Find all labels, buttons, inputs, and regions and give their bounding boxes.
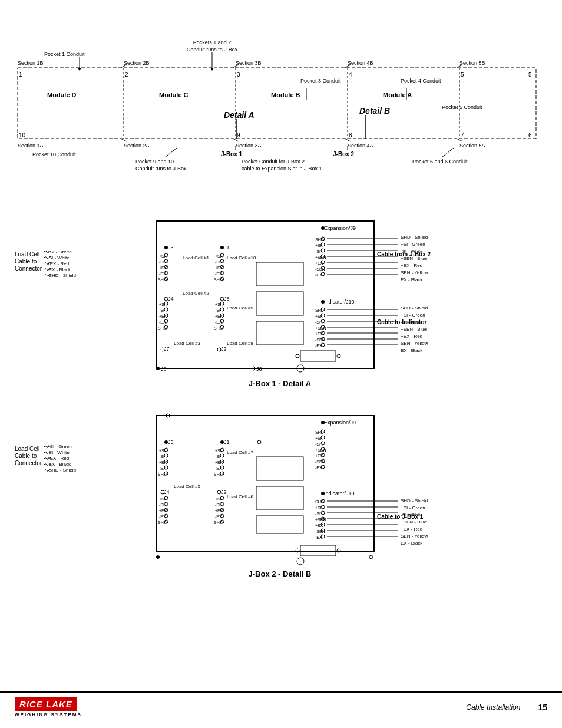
logo-subtitle: WEIGHING SYSTEMS (15, 712, 82, 717)
detail-a-diagram: Load Cell Cable to Connector +SI - Green… (12, 209, 548, 392)
svg-text:10: 10 (19, 132, 26, 139)
svg-text:J5: J5 (224, 296, 230, 302)
svg-text:-SI: -SI (159, 260, 164, 264)
svg-text:J2: J2 (221, 346, 227, 352)
svg-text:Load Cell #3: Load Cell #3 (174, 341, 200, 346)
svg-line-63 (233, 139, 239, 141)
svg-text:Indicator/J10: Indicator/J10 (324, 490, 355, 496)
svg-point-143 (321, 243, 325, 246)
svg-text:SHD: SHD (315, 430, 324, 434)
svg-text:J-Box 1: J-Box 1 (221, 151, 243, 157)
svg-text:Detail B: Detail B (359, 106, 390, 116)
svg-text:SEN - Yellow: SEN - Yellow (401, 533, 428, 539)
svg-text:Pocket 9 and 10: Pocket 9 and 10 (135, 159, 174, 164)
svg-text:Section 3B: Section 3B (236, 60, 262, 66)
svg-text:+EX: +EX (215, 314, 223, 318)
svg-point-76 (164, 246, 168, 249)
svg-text:Pockets 1 and 2: Pockets 1 and 2 (193, 39, 232, 45)
svg-text:-EX: -EX (215, 320, 222, 324)
svg-text:+EX: +EX (159, 460, 167, 465)
svg-text:5: 5 (528, 71, 532, 78)
svg-text:Section 2B: Section 2B (124, 60, 150, 66)
svg-text:+SEN - Blue: +SEN - Blue (401, 519, 427, 525)
svg-rect-138 (256, 292, 303, 315)
svg-text:2: 2 (125, 71, 128, 78)
svg-text:+EX: +EX (215, 509, 223, 513)
logo-area: RICE LAKE WEIGHING SYSTEMS (15, 697, 82, 717)
svg-text:J-Box 1 - Detail A: J-Box 1 - Detail A (249, 379, 312, 388)
footer: RICE LAKE WEIGHING SYSTEMS Cable Install… (0, 691, 562, 717)
svg-text:-EX: -EX (215, 515, 222, 519)
svg-rect-139 (256, 321, 303, 345)
svg-text:+EX: +EX (315, 454, 323, 458)
svg-text:Section 5A: Section 5A (459, 143, 485, 149)
svg-text:8: 8 (349, 132, 352, 139)
svg-point-78 (220, 246, 224, 249)
svg-text:+SEN: +SEN (315, 326, 326, 330)
svg-point-107 (164, 308, 168, 311)
svg-text:-SI: -SI (215, 308, 220, 312)
svg-text:-SEN: -SEN (315, 338, 325, 342)
page-number: 15 (538, 703, 547, 712)
svg-text:+SEN: +SEN (315, 518, 326, 522)
svg-point-273 (321, 421, 325, 424)
svg-point-259 (220, 502, 224, 506)
svg-text:J6: J6 (256, 366, 262, 372)
svg-text:+EX - Red: +EX - Red (401, 334, 422, 339)
svg-point-275 (321, 436, 325, 439)
svg-text:+SI: +SI (159, 254, 166, 258)
svg-text:+SI - Green: +SI - Green (47, 249, 72, 255)
svg-text:Detail A: Detail A (224, 110, 254, 120)
svg-text:-EX: -EX (315, 466, 322, 470)
svg-text:-SHD - Shield: -SHD - Shield (47, 273, 76, 278)
svg-rect-268 (256, 457, 303, 480)
svg-text:SHD - Shield: SHD - Shield (401, 305, 428, 311)
svg-text:+SI: +SI (315, 314, 322, 318)
svg-text:Load Cell #1: Load Cell #1 (183, 255, 209, 261)
svg-text:J1: J1 (224, 439, 230, 445)
svg-text:Load Cell: Load Cell (15, 446, 39, 452)
svg-text:7: 7 (461, 132, 464, 139)
svg-point-291 (321, 505, 325, 509)
svg-text:+SI: +SI (215, 254, 222, 258)
svg-point-144 (321, 249, 325, 252)
svg-text:+SEN - Blue: +SEN - Blue (401, 327, 427, 332)
svg-text:Module B: Module B (271, 91, 300, 98)
svg-text:Load Cell #6: Load Cell #6 (227, 494, 253, 499)
svg-text:-SI - White: -SI - White (401, 319, 423, 325)
svg-rect-269 (256, 486, 303, 510)
svg-text:J-Box 2: J-Box 2 (333, 151, 355, 157)
svg-rect-137 (256, 262, 303, 286)
svg-text:Conduit runs to J-Box: Conduit runs to J-Box (187, 47, 238, 52)
svg-line-64 (345, 139, 351, 141)
svg-text:3: 3 (237, 71, 240, 78)
svg-text:SEN - Yellow: SEN - Yellow (401, 270, 428, 275)
svg-text:+SI - Green: +SI - Green (401, 505, 425, 510)
svg-line-57 (442, 148, 454, 157)
svg-point-292 (321, 511, 325, 515)
svg-text:SHD: SHD (158, 472, 167, 476)
svg-text:Load Cell: Load Cell (15, 251, 39, 258)
svg-text:-EX: -EX (315, 273, 322, 277)
svg-text:Pocket 5 and 6 Conduit: Pocket 5 and 6 Conduit (412, 159, 468, 164)
overview-diagram: Section 1B Section 2B Section 3B Section… (12, 32, 548, 174)
svg-text:cable to Expansion Slot in J-B: cable to Expansion Slot in J-Box 1 (242, 166, 322, 172)
svg-text:-SHD - Shield: -SHD - Shield (47, 467, 76, 473)
svg-text:SHD - Shield: SHD - Shield (401, 498, 428, 503)
svg-text:Pocket 1 Conduit: Pocket 1 Conduit (44, 51, 85, 57)
svg-marker-32 (78, 68, 81, 71)
svg-text:J3: J3 (168, 439, 174, 445)
svg-text:+SI - Green: +SI - Green (401, 312, 425, 318)
svg-text:J8: J8 (161, 366, 167, 372)
svg-text:Expansion/J9: Expansion/J9 (324, 225, 356, 231)
svg-text:-SEN: -SEN (315, 460, 325, 464)
svg-text:-SI: -SI (315, 512, 320, 516)
page-content: Section 1B Section 2B Section 3B Section… (0, 0, 562, 728)
logo-red-box: RICE LAKE (15, 697, 77, 711)
svg-text:Section 1A: Section 1A (18, 143, 44, 149)
svg-text:-SI: -SI (159, 454, 164, 459)
svg-text:9: 9 (237, 132, 240, 139)
svg-text:EX - Black: EX - Black (401, 277, 423, 282)
svg-text:+EX - Red: +EX - Red (401, 263, 422, 268)
svg-text:+SI: +SI (315, 243, 322, 248)
